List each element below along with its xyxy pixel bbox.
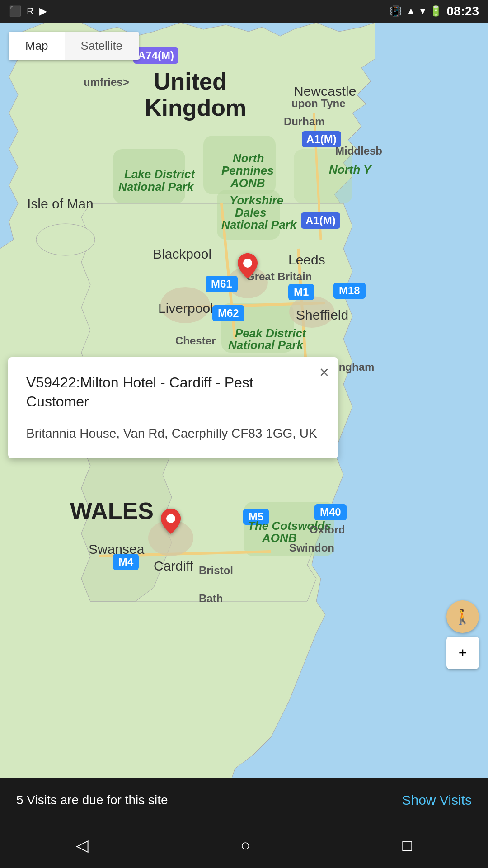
street-view-button[interactable]: 🚶 [446, 600, 479, 633]
popup-address: Britannia House, Van Rd, Caerphilly CF83… [26, 425, 320, 442]
android-nav-bar: ◁ ○ □ [0, 823, 488, 868]
svg-rect-4 [217, 190, 280, 240]
info-popup: × V59422:Milton Hotel - Cardiff - Pest C… [8, 357, 338, 458]
street-view-icon: 🚶 [454, 608, 472, 625]
home-button[interactable]: ○ [240, 836, 250, 855]
screenshot-icon: ⬛ [9, 5, 21, 17]
svg-rect-2 [113, 149, 185, 203]
svg-point-15 [160, 287, 210, 323]
status-bar-right: 📳 ▲ ▾ 🔋 08:23 [389, 4, 479, 19]
map-container[interactable]: Map Satellite A74(M)UnitedKingdomumfries… [0, 23, 488, 796]
zoom-in-button[interactable]: + [446, 637, 479, 669]
map-controls: 🚶 + [446, 600, 479, 669]
r-icon: R [27, 5, 34, 17]
svg-rect-3 [203, 136, 276, 194]
popup-title: V59422:Milton Hotel - Cardiff - Pest Cus… [26, 373, 320, 411]
svg-rect-7 [244, 502, 334, 556]
status-time: 08:23 [446, 4, 479, 19]
visits-due-text: 5 Visits are due for this site [16, 793, 168, 807]
show-visits-button[interactable]: Show Visits [402, 793, 472, 808]
wifi-icon: ▾ [420, 5, 425, 17]
satellite-button[interactable]: Satellite [65, 32, 139, 60]
back-button[interactable]: ◁ [76, 836, 89, 855]
map-type-toggle[interactable]: Map Satellite [9, 32, 139, 60]
youtube-icon: ▶ [39, 5, 47, 17]
svg-point-17 [243, 259, 252, 268]
vibrate-icon: 📳 [389, 5, 402, 17]
bottom-bar: 5 Visits are due for this site Show Visi… [0, 778, 488, 823]
svg-point-14 [289, 296, 334, 328]
battery-icon: 🔋 [430, 5, 442, 17]
pin-manchester[interactable] [238, 253, 258, 280]
status-bar-left: ⬛ R ▶ [9, 5, 47, 17]
recent-apps-button[interactable]: □ [402, 836, 412, 855]
svg-rect-5 [294, 149, 352, 203]
map-button[interactable]: Map [9, 32, 65, 60]
signal-icon: ▲ [406, 5, 416, 17]
status-bar: ⬛ R ▶ 📳 ▲ ▾ 🔋 08:23 [0, 0, 488, 23]
svg-point-1 [36, 224, 95, 255]
pin-cardiff[interactable] [161, 509, 181, 536]
popup-close-button[interactable]: × [319, 364, 329, 381]
svg-point-18 [166, 514, 175, 523]
